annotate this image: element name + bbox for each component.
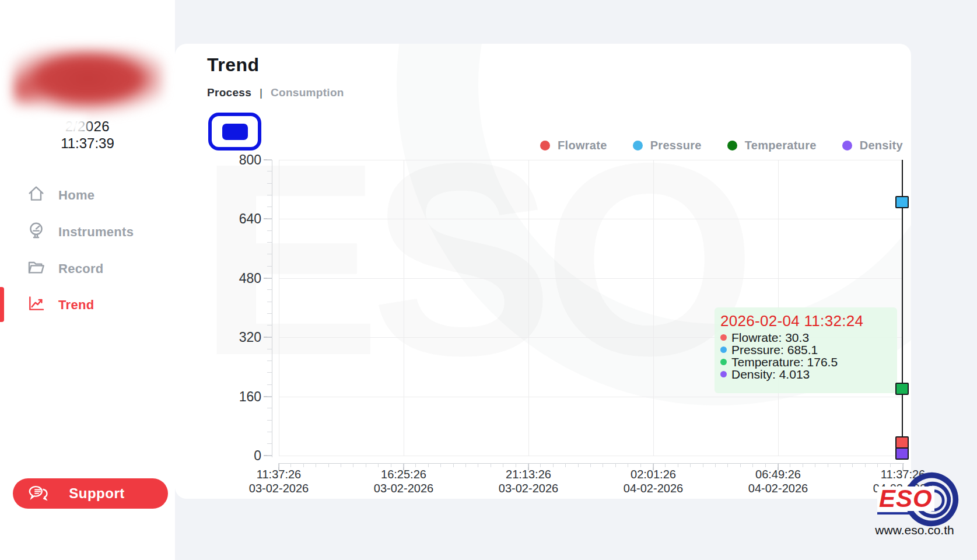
breadcrumb-tabs: Process | Consumption [207, 86, 344, 99]
x-tick-label: 21:13:2603-02-2026 [479, 467, 578, 495]
support-button[interactable]: Support [13, 478, 168, 509]
flowrate-dot-icon [540, 141, 550, 150]
density-dot-icon [842, 141, 852, 150]
sidebar: 2/2026 11:37:39 Home Instruments Record [0, 0, 175, 560]
legend-label: Pressure [650, 139, 702, 152]
tooltip-pressure: Pressure: 685.1 [731, 344, 818, 356]
chart-legend: Flowrate Pressure Temperature Density [540, 139, 903, 152]
legend-item-temperature[interactable]: Temperature [727, 139, 817, 152]
density-marker [895, 447, 909, 460]
temperature-marker [895, 383, 909, 395]
flowrate-marker [895, 436, 909, 449]
sidebar-item-label: Trend [58, 298, 94, 313]
pressure-dot-icon [633, 141, 643, 150]
stop-icon [222, 124, 248, 140]
gridline-v [653, 160, 654, 456]
sidebar-item-label: Home [58, 188, 94, 203]
sidebar-item-home[interactable]: Home [0, 181, 175, 210]
pressure-marker [895, 196, 909, 208]
gridline-v [528, 160, 529, 456]
chat-bubbles-icon [13, 482, 49, 505]
gridline-v [279, 160, 279, 456]
legend-item-pressure[interactable]: Pressure [633, 139, 702, 152]
x-tick-label: 02:01:2604-02-2026 [604, 467, 703, 495]
page-title: Trend [207, 54, 260, 76]
legend-item-flowrate[interactable]: Flowrate [540, 139, 607, 152]
x-tick-label: 11:37:2603-02-2026 [229, 467, 328, 495]
tooltip-density: Density: 4.013 [731, 368, 810, 380]
tooltip-flowrate: Flowrate: 30.3 [731, 331, 809, 344]
legend-item-density[interactable]: Density [842, 139, 903, 152]
tab-separator: | [260, 86, 262, 99]
gridline-h [279, 219, 903, 219]
home-icon [27, 184, 45, 206]
gridline-h [279, 397, 903, 397]
temperature-dot-icon [720, 359, 727, 365]
sidebar-item-label: Instruments [58, 225, 134, 240]
y-tick-label: 800 [226, 152, 261, 168]
app-window: 2/2026 11:37:39 Home Instruments Record [0, 0, 977, 560]
flowrate-dot-icon [720, 334, 727, 341]
sidebar-item-record[interactable]: Record [0, 254, 175, 284]
density-dot-icon [720, 371, 727, 377]
pressure-dot-icon [720, 346, 727, 353]
tooltip-temperature: Temperature: 176.5 [731, 356, 838, 368]
tab-process[interactable]: Process [207, 86, 251, 99]
tooltip-timestamp: 2026-02-04 11:32:24 [720, 312, 890, 330]
sidebar-item-label: Record [58, 261, 104, 276]
folder-icon [27, 258, 45, 280]
trend-chart-icon [27, 294, 45, 316]
legend-label: Flowrate [558, 139, 607, 152]
sidebar-clock: 11:37:39 [0, 135, 175, 152]
x-tick-label: 16:25:2603-02-2026 [354, 467, 453, 495]
stop-live-button[interactable] [208, 113, 261, 150]
y-tick-label: 160 [226, 389, 261, 405]
support-button-label: Support [49, 485, 145, 502]
eso-website-link[interactable]: www.eso.co.th [856, 523, 973, 537]
gridline-v [404, 160, 404, 456]
y-axis-line [272, 160, 272, 457]
sidebar-item-trend[interactable]: Trend [0, 290, 175, 320]
y-axis-minor-ticks [267, 159, 272, 457]
x-tick-label: 06:49:2604-02-2026 [729, 467, 828, 495]
eso-logo: ESO [877, 487, 934, 511]
sidebar-item-instruments[interactable]: Instruments [0, 218, 175, 247]
tab-consumption[interactable]: Consumption [271, 86, 344, 99]
chart-tooltip: 2026-02-04 11:32:24 Flowrate: 30.3 Press… [715, 307, 897, 393]
legend-label: Density [860, 139, 903, 152]
temperature-dot-icon [727, 141, 737, 150]
sidebar-date: 2/2026 [0, 118, 175, 135]
gridline-h [279, 456, 903, 456]
legend-label: Temperature [745, 139, 817, 152]
date-blur-overlay [36, 117, 86, 134]
eso-logo-underline [877, 512, 915, 514]
x-axis-minor-ticks [278, 463, 904, 467]
active-nav-indicator [0, 287, 4, 322]
gridline-h [279, 278, 903, 279]
y-tick-label: 320 [226, 330, 261, 345]
y-tick-label: 640 [226, 211, 261, 227]
y-tick-label: 480 [226, 271, 261, 286]
gridline-h [279, 160, 903, 160]
company-logo [13, 48, 163, 117]
gauge-icon [27, 221, 45, 243]
y-tick-label: 0 [226, 448, 261, 464]
